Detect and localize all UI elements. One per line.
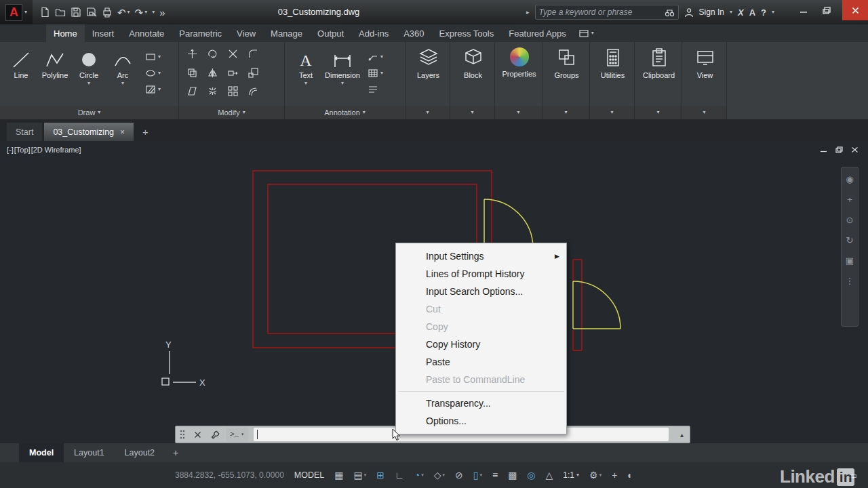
- snap-icon[interactable]: ▤▾: [354, 470, 367, 481]
- modify-panel-title[interactable]: Modify ▾: [179, 106, 284, 119]
- scale-icon[interactable]: [248, 68, 258, 78]
- dimension-tool-button[interactable]: Dimension ▾: [323, 45, 362, 106]
- fillet-icon[interactable]: [248, 49, 258, 59]
- door-arc-right[interactable]: [573, 281, 620, 329]
- view-panel-button[interactable]: View: [682, 42, 726, 106]
- right-wall-segments[interactable]: [573, 260, 582, 350]
- circle-tool-button[interactable]: Circle ▾: [72, 45, 106, 106]
- open-file-button[interactable]: [55, 5, 66, 20]
- redo-button[interactable]: ↷ ▾: [135, 5, 148, 20]
- dynamic-input-icon[interactable]: ⊞: [376, 470, 384, 481]
- draw-panel-title[interactable]: Draw ▾: [0, 106, 178, 119]
- array-icon[interactable]: [228, 86, 238, 96]
- door-leaf-right[interactable]: [573, 281, 620, 329]
- text-style-tool-button[interactable]: [368, 84, 383, 95]
- menu-item-input-settings[interactable]: Input Settings ▶: [396, 247, 566, 265]
- groups-panel-button[interactable]: Groups: [542, 42, 589, 106]
- explode-icon[interactable]: [208, 86, 218, 96]
- text-tool-button[interactable]: A Text ▾: [289, 45, 323, 106]
- utilities-panel-button[interactable]: Utilities: [590, 42, 634, 106]
- groups-panel-caret[interactable]: ▾: [542, 106, 589, 119]
- ucs-icon[interactable]: [162, 351, 196, 385]
- mirror-icon[interactable]: [208, 68, 218, 78]
- orbit-icon[interactable]: ↻: [846, 235, 854, 245]
- erase-icon[interactable]: [187, 86, 197, 96]
- ortho-icon[interactable]: ∟: [395, 470, 404, 481]
- polar-tracking-icon[interactable]: ◔▾: [414, 470, 424, 481]
- ribbon-tab-view[interactable]: View: [229, 24, 263, 42]
- undo-button[interactable]: ↶ ▾: [117, 5, 130, 20]
- qat-overflow-button[interactable]: »: [159, 5, 165, 20]
- selection-cycling-icon[interactable]: ◎: [527, 470, 535, 481]
- tab-layout1[interactable]: Layout1: [64, 443, 114, 462]
- annotation-panel-title[interactable]: Annotation ▾: [285, 106, 405, 119]
- pan-icon[interactable]: +: [847, 195, 852, 205]
- qat-customize-button[interactable]: ▾: [152, 5, 155, 20]
- close-tab-icon[interactable]: ×: [120, 127, 125, 137]
- command-prompt-button[interactable]: >_ ▾: [226, 428, 248, 441]
- zoom-icon[interactable]: ⊙: [846, 215, 854, 225]
- commandline-customize-button[interactable]: [206, 430, 224, 439]
- help-icon[interactable]: ?: [761, 8, 766, 17]
- sign-in-caret-icon[interactable]: ▾: [730, 9, 732, 15]
- model-space-button[interactable]: MODEL: [294, 470, 324, 480]
- new-tab-button[interactable]: +: [136, 123, 155, 141]
- lineweight-icon[interactable]: ≡: [492, 470, 498, 481]
- chevron-down-icon[interactable]: ▾: [304, 81, 307, 86]
- copy-icon[interactable]: [187, 68, 197, 78]
- transparency-icon[interactable]: ▩: [508, 470, 517, 481]
- block-panel-button[interactable]: Block: [450, 42, 494, 106]
- grid-icon[interactable]: ▦: [334, 470, 343, 481]
- menu-item-lines-of-prompt-history[interactable]: Lines of Prompt History: [396, 265, 566, 283]
- viewport-controls-menu[interactable]: [-]: [7, 146, 14, 154]
- trim-icon[interactable]: [228, 49, 238, 59]
- annotation-monitor-icon[interactable]: +: [612, 470, 617, 481]
- offset-icon[interactable]: [248, 86, 258, 96]
- workspace-gear-icon[interactable]: ⚙▾: [589, 470, 601, 481]
- annotation-visibility-icon[interactable]: △: [546, 470, 553, 481]
- arc-tool-button[interactable]: Arc ▾: [106, 45, 140, 106]
- recent-commands-button[interactable]: ▴: [674, 431, 690, 439]
- object-snap-icon[interactable]: ▯▾: [473, 470, 482, 481]
- viewport-minimize-icon[interactable]: [820, 146, 827, 153]
- ribbon-tab-output[interactable]: Output: [310, 24, 351, 42]
- exchange-apps-icon[interactable]: X: [738, 8, 744, 17]
- navbar-more-icon[interactable]: ⋮: [846, 276, 854, 286]
- ribbon-tab-featured-apps[interactable]: Featured Apps: [501, 24, 574, 42]
- utilities-panel-caret[interactable]: ▾: [590, 106, 634, 119]
- drag-handle[interactable]: [176, 430, 189, 439]
- restore-button[interactable]: [815, 0, 838, 20]
- menu-item-options[interactable]: Options...: [396, 412, 566, 430]
- minimize-button[interactable]: [792, 0, 815, 20]
- rotate-icon[interactable]: [208, 49, 218, 59]
- ribbon-tab-home[interactable]: Home: [46, 24, 85, 42]
- osnap-tracking-icon[interactable]: ⊘: [455, 470, 463, 481]
- properties-panel-caret[interactable]: ▾: [495, 106, 542, 119]
- rectangle-tool-button[interactable]: ▾: [145, 52, 161, 62]
- a360-icon[interactable]: A: [749, 8, 755, 17]
- ribbon-tab-a360[interactable]: A360: [396, 24, 431, 42]
- properties-panel-button[interactable]: Properties: [495, 42, 542, 106]
- steering-wheel-icon[interactable]: ◉: [846, 174, 853, 184]
- new-file-button[interactable]: [39, 5, 50, 20]
- annotation-scale-button[interactable]: 1:1 ▾: [563, 470, 579, 480]
- menu-item-transparency[interactable]: Transparency...: [396, 394, 566, 412]
- chevron-down-icon[interactable]: ▾: [87, 81, 90, 86]
- stretch-icon[interactable]: [228, 68, 238, 78]
- plot-button[interactable]: [102, 5, 113, 20]
- ribbon-tab-parametric[interactable]: Parametric: [172, 24, 229, 42]
- leader-tool-button[interactable]: ▾: [368, 52, 383, 62]
- show-motion-icon[interactable]: ▣: [846, 256, 854, 266]
- new-layout-button[interactable]: +: [165, 443, 186, 462]
- table-tool-button[interactable]: ▾: [368, 68, 383, 79]
- layers-panel-button[interactable]: Layers: [406, 42, 450, 106]
- polyline-tool-button[interactable]: Polyline: [38, 45, 72, 106]
- isodraft-icon[interactable]: ◇▾: [434, 470, 445, 481]
- viewport-view-menu[interactable]: [Top]: [14, 146, 31, 154]
- chevron-down-icon[interactable]: ▾: [144, 9, 147, 15]
- line-tool-button[interactable]: Line: [4, 45, 38, 106]
- ribbon-tab-addins[interactable]: Add-ins: [351, 24, 396, 42]
- help-caret-icon[interactable]: ▾: [772, 9, 774, 15]
- hatch-tool-button[interactable]: ▾: [145, 84, 161, 95]
- move-icon[interactable]: [187, 49, 197, 59]
